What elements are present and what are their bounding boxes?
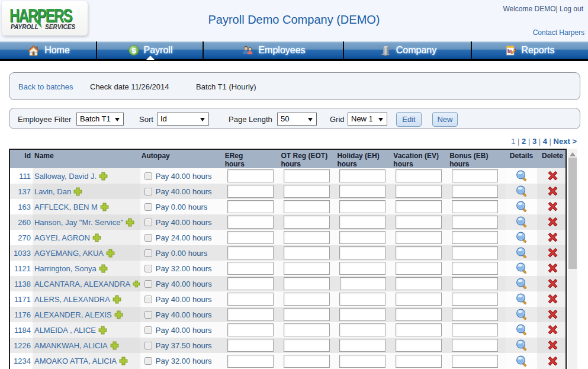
svg-text:$: $ (131, 46, 136, 55)
